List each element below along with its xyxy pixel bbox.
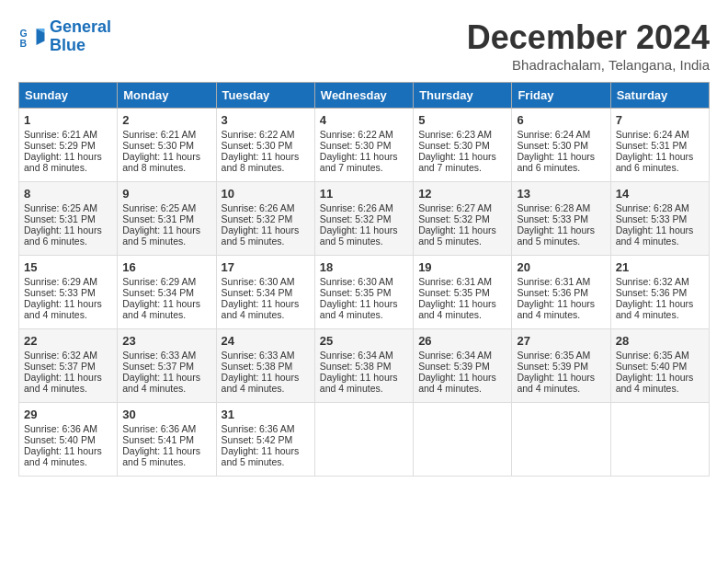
day-header-sunday: Sunday — [19, 83, 118, 109]
calendar-table: SundayMondayTuesdayWednesdayThursdayFrid… — [18, 82, 710, 477]
day-number: 27 — [517, 334, 605, 348]
calendar-cell: 12Sunrise: 6:27 AMSunset: 5:32 PMDayligh… — [414, 182, 512, 256]
day-number: 22 — [24, 334, 112, 348]
calendar-cell — [414, 403, 512, 477]
day-number: 31 — [222, 408, 310, 421]
calendar-cell: 19Sunrise: 6:31 AMSunset: 5:35 PMDayligh… — [414, 256, 512, 329]
calendar-cell: 9Sunrise: 6:25 AMSunset: 5:31 PMDaylight… — [118, 182, 216, 256]
logo-icon: G B — [18, 23, 46, 51]
day-number: 30 — [122, 408, 210, 421]
header-row: SundayMondayTuesdayWednesdayThursdayFrid… — [19, 83, 710, 109]
day-number: 25 — [320, 334, 408, 348]
day-number: 18 — [320, 260, 408, 274]
day-number: 21 — [616, 260, 704, 274]
day-number: 8 — [24, 187, 112, 201]
calendar-cell: 2Sunrise: 6:21 AMSunset: 5:30 PMDaylight… — [118, 109, 216, 182]
day-number: 13 — [517, 187, 605, 201]
calendar-cell: 15Sunrise: 6:29 AMSunset: 5:33 PMDayligh… — [19, 256, 118, 329]
day-number: 29 — [24, 408, 112, 421]
calendar-cell: 31Sunrise: 6:36 AMSunset: 5:42 PMDayligh… — [216, 403, 314, 477]
calendar-cell: 1Sunrise: 6:21 AMSunset: 5:29 PMDaylight… — [19, 109, 118, 182]
day-number: 2 — [122, 113, 210, 127]
calendar-cell: 8Sunrise: 6:25 AMSunset: 5:31 PMDaylight… — [19, 182, 118, 256]
day-number: 10 — [222, 187, 310, 201]
calendar-cell: 11Sunrise: 6:26 AMSunset: 5:32 PMDayligh… — [314, 182, 413, 256]
calendar-cell: 14Sunrise: 6:28 AMSunset: 5:33 PMDayligh… — [610, 182, 709, 256]
calendar-cell: 25Sunrise: 6:34 AMSunset: 5:38 PMDayligh… — [314, 329, 413, 403]
calendar-cell: 29Sunrise: 6:36 AMSunset: 5:40 PMDayligh… — [19, 403, 118, 477]
day-header-thursday: Thursday — [414, 83, 512, 109]
day-number: 24 — [222, 334, 310, 348]
calendar-cell: 30Sunrise: 6:36 AMSunset: 5:41 PMDayligh… — [118, 403, 216, 477]
logo-text: General Blue — [50, 18, 111, 55]
logo-line1: General — [50, 17, 111, 36]
calendar-week-5: 29Sunrise: 6:36 AMSunset: 5:40 PMDayligh… — [19, 403, 710, 477]
day-number: 26 — [418, 334, 506, 348]
logo: G B General Blue — [18, 18, 111, 55]
day-number: 15 — [24, 260, 112, 274]
day-number: 20 — [517, 260, 605, 274]
calendar-week-3: 15Sunrise: 6:29 AMSunset: 5:33 PMDayligh… — [19, 256, 710, 329]
day-number: 23 — [122, 334, 210, 348]
day-header-friday: Friday — [512, 83, 610, 109]
calendar-cell: 27Sunrise: 6:35 AMSunset: 5:39 PMDayligh… — [512, 329, 610, 403]
calendar-cell: 4Sunrise: 6:22 AMSunset: 5:30 PMDaylight… — [314, 109, 413, 182]
day-header-tuesday: Tuesday — [216, 83, 314, 109]
calendar-cell — [610, 403, 709, 477]
calendar-cell: 17Sunrise: 6:30 AMSunset: 5:34 PMDayligh… — [216, 256, 314, 329]
calendar-cell: 5Sunrise: 6:23 AMSunset: 5:30 PMDaylight… — [414, 109, 512, 182]
day-number: 1 — [24, 113, 112, 127]
svg-text:B: B — [20, 37, 28, 48]
day-number: 19 — [418, 260, 506, 274]
calendar-week-2: 8Sunrise: 6:25 AMSunset: 5:31 PMDaylight… — [19, 182, 710, 256]
calendar-cell: 21Sunrise: 6:32 AMSunset: 5:36 PMDayligh… — [610, 256, 709, 329]
calendar-cell: 28Sunrise: 6:35 AMSunset: 5:40 PMDayligh… — [610, 329, 709, 403]
calendar-cell: 24Sunrise: 6:33 AMSunset: 5:38 PMDayligh… — [216, 329, 314, 403]
calendar-cell — [512, 403, 610, 477]
calendar-cell: 23Sunrise: 6:33 AMSunset: 5:37 PMDayligh… — [118, 329, 216, 403]
calendar-cell: 13Sunrise: 6:28 AMSunset: 5:33 PMDayligh… — [512, 182, 610, 256]
calendar-cell: 6Sunrise: 6:24 AMSunset: 5:30 PMDaylight… — [512, 109, 610, 182]
page-header: G B General Blue December 2024 Bhadracha… — [18, 18, 710, 73]
day-number: 4 — [320, 113, 408, 127]
logo-line2: Blue — [50, 36, 85, 54]
day-number: 3 — [222, 113, 310, 127]
day-number: 17 — [222, 260, 310, 274]
calendar-cell: 7Sunrise: 6:24 AMSunset: 5:31 PMDaylight… — [610, 109, 709, 182]
calendar-week-1: 1Sunrise: 6:21 AMSunset: 5:29 PMDaylight… — [19, 109, 710, 182]
day-number: 28 — [616, 334, 704, 348]
calendar-cell: 20Sunrise: 6:31 AMSunset: 5:36 PMDayligh… — [512, 256, 610, 329]
day-number: 7 — [616, 113, 704, 127]
day-number: 12 — [418, 187, 506, 201]
calendar-cell — [314, 403, 413, 477]
calendar-cell: 18Sunrise: 6:30 AMSunset: 5:35 PMDayligh… — [314, 256, 413, 329]
day-number: 14 — [616, 187, 704, 201]
day-header-monday: Monday — [118, 83, 216, 109]
day-number: 5 — [418, 113, 506, 127]
day-number: 9 — [122, 187, 210, 201]
calendar-cell: 3Sunrise: 6:22 AMSunset: 5:30 PMDaylight… — [216, 109, 314, 182]
day-number: 11 — [320, 187, 408, 201]
location: Bhadrachalam, Telangana, India — [467, 57, 710, 73]
calendar-cell: 10Sunrise: 6:26 AMSunset: 5:32 PMDayligh… — [216, 182, 314, 256]
calendar-cell: 22Sunrise: 6:32 AMSunset: 5:37 PMDayligh… — [19, 329, 118, 403]
day-number: 16 — [122, 260, 210, 274]
calendar-cell: 16Sunrise: 6:29 AMSunset: 5:34 PMDayligh… — [118, 256, 216, 329]
calendar-cell: 26Sunrise: 6:34 AMSunset: 5:39 PMDayligh… — [414, 329, 512, 403]
calendar-week-4: 22Sunrise: 6:32 AMSunset: 5:37 PMDayligh… — [19, 329, 710, 403]
day-header-saturday: Saturday — [610, 83, 709, 109]
day-header-wednesday: Wednesday — [314, 83, 413, 109]
day-number: 6 — [517, 113, 605, 127]
month-title: December 2024 — [467, 18, 710, 57]
title-block: December 2024 Bhadrachalam, Telangana, I… — [467, 18, 710, 73]
